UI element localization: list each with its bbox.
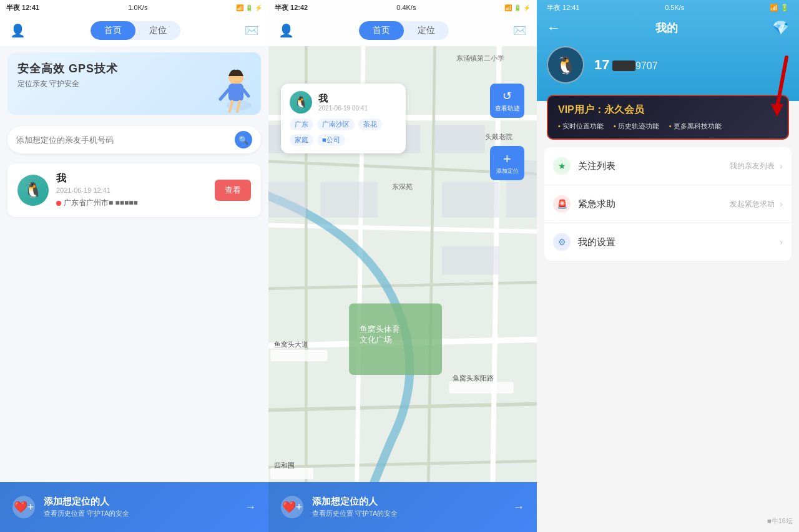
svg-marker-42 [771,104,783,117]
svg-line-41 [777,57,787,107]
vip-title: VIP用户：永久会员 [558,104,778,117]
status-icons-1: 📶 🔋 ⚡ [236,4,262,11]
svg-rect-26 [442,182,499,218]
vip-feature-realtime: 实时位置功能 [558,122,604,131]
tag-guangdong: 广东 [290,118,313,130]
add-label: 添加定位 [496,167,519,175]
add-icon: + [503,151,511,167]
svg-rect-24 [268,182,306,218]
add-location-button[interactable]: + 添加定位 [490,146,524,180]
watermark: ■牛16坛 [767,516,793,526]
svg-rect-29 [270,350,328,361]
add-banner-1[interactable]: ❤️+ 添加想定位的人 查看历史位置 守护TA的安全 → [0,482,268,532]
settings-right: › [780,237,783,247]
svg-text:鱼窝头体育: 鱼窝头体育 [360,324,400,334]
emergency-label: 紧急求助 [578,198,730,210]
svg-rect-25 [320,182,378,218]
search-bar-1: 🔍 [7,126,261,153]
profile-details: 17 ■■■9707 [594,57,658,73]
speed-2: 0.4K/s [396,4,416,11]
tag-family: 家庭 [290,134,313,146]
watchlist-right-label: 我的亲友列表 [730,161,775,172]
profile-title: 我的 [561,21,772,36]
menu-item-emergency[interactable]: 🚨 紧急求助 发起紧急求助 › [544,185,792,223]
track-icon: ↺ [502,89,512,103]
add-banner-2[interactable]: ❤️+ 添加想定位的人 查看历史位置 守护TA的安全 → [268,482,537,532]
speed-3: 0.5K/s [665,4,684,11]
mail-icon-1[interactable]: ✉️ [245,24,258,37]
avatar-emoji-1: 🐧 [24,181,42,199]
map-popup-avatar: 🐧 [290,91,312,114]
tab-location-1[interactable]: 定位 [135,21,180,40]
status-bar-1: 半夜 12:41 1.0K/s 📶 🔋 ⚡ [0,0,268,15]
tab-home-2[interactable]: 首页 [359,21,404,40]
tab-home-1[interactable]: 首页 [91,21,135,40]
tag-nansha: 广南沙区 [317,118,355,130]
svg-text:鱼窝头东阳路: 鱼窝头东阳路 [453,374,494,382]
profile-username: 17 [594,57,609,72]
panel-home: 半夜 12:41 1.0K/s 📶 🔋 ⚡ 👤 首页 定位 ✉️ 安全高效 GP… [0,0,268,532]
emergency-chevron: › [780,199,783,209]
tag-chahua: 茶花 [358,118,382,130]
svg-rect-28 [442,246,499,275]
back-button[interactable]: ← [547,20,561,36]
panel-map: 半夜 12:42 0.4K/s 📶 🔋 ⚡ 👤 首页 定位 ✉️ [268,0,537,532]
status-bar-3: 半夜 12:41 0.5K/s 📶 🔋 [547,0,789,15]
tag-company: ■公司 [317,134,345,146]
add-banner-arrow-1: → [245,501,256,514]
profile-nav: ← 我的 💎 [547,15,789,41]
track-label: 查看轨迹 [495,104,520,113]
vip-container: VIP用户：永久会员 实时位置功能 历史轨迹功能 更多黑科技功能 [537,95,799,140]
map-popup-time: 2021-06-19 00:41 [318,105,368,112]
emergency-right: 发起紧急求助 › [730,199,783,210]
add-banner-icon-2: ❤️+ [281,496,303,518]
watchlist-right: 我的亲友列表 › [730,161,783,172]
svg-rect-2 [228,84,243,101]
settings-chevron: › [780,237,783,247]
time-3: 半夜 12:41 [547,3,580,12]
svg-text:头戴老院: 头戴老院 [485,133,512,140]
profile-icon-1[interactable]: 👤 [10,23,26,38]
svg-rect-30 [449,382,513,393]
time-2: 半夜 12:42 [275,3,308,12]
map-popup: 🐧 我 2021-06-19 00:41 广东 广南沙区 茶花 家庭 ■公司 [281,84,406,153]
map-popup-tags: 广东 广南沙区 茶花 家庭 ■公司 [290,118,397,146]
status-icons-3: 📶 🔋 [770,4,789,12]
nav-tabs-1: 首页 定位 [91,21,180,40]
watchlist-chevron: › [780,161,783,171]
emergency-icon: 🚨 [553,195,571,213]
add-banner-title-2: 添加想定位的人 [312,496,504,508]
vip-feature-history: 历史轨迹功能 [614,122,659,131]
location-text-1: 广东省广州市■ ■■■■■ [64,198,138,208]
red-arrow-annotation [749,45,799,126]
search-button-1[interactable]: 🔍 [235,131,252,148]
panel-profile: 半夜 12:41 0.5K/s 📶 🔋 ← 我的 💎 🐧 17 ■■■9707 [537,0,799,532]
user-info-1: 我 2021-06-19 12:41 广东省广州市■ ■■■■■ [56,172,207,208]
status-bar-2: 半夜 12:42 0.4K/s 📶 🔋 ⚡ [268,0,537,15]
tab-location-2[interactable]: 定位 [404,21,449,40]
add-banner-icon-1: ❤️+ [12,496,35,518]
add-banner-sub-1: 查看历史位置 守护TA的安全 [44,509,236,518]
add-banner-text-2: 添加想定位的人 查看历史位置 守护TA的安全 [312,496,504,518]
profile-icon-2[interactable]: 👤 [278,23,294,38]
menu-item-watchlist[interactable]: ★ 关注列表 我的亲友列表 › [544,147,792,185]
top-nav-1: 👤 首页 定位 ✉️ [0,15,268,46]
settings-icon: ⚙ [553,233,571,251]
emergency-right-label: 发起紧急求助 [730,199,775,210]
user-card-1: 🐧 我 2021-06-19 12:41 广东省广州市■ ■■■■■ 查看 [7,163,261,217]
add-banner-title-1: 添加想定位的人 [44,496,236,508]
user-time-1: 2021-06-19 12:41 [56,186,207,194]
search-input-1[interactable] [16,135,235,145]
vip-features: 实时位置功能 历史轨迹功能 更多黑科技功能 [558,122,778,131]
track-button[interactable]: ↺ 查看轨迹 [490,84,524,118]
user-name-1: 我 [56,172,207,185]
user-location-1: 广东省广州市■ ■■■■■ [56,198,207,208]
check-button-1[interactable]: 查看 [215,180,251,201]
watchlist-icon: ★ [553,157,571,175]
gift-icon[interactable]: 💎 [772,20,789,36]
status-icons-2: 📶 🔋 ⚡ [504,4,531,11]
svg-text:东深苑: 东深苑 [392,183,413,190]
map-area[interactable]: 鱼窝头体育 文化广场 东涌镇第二小学 头戴老院 东深苑 鱼窝头大道 鱼窝头东阳路… [268,46,537,532]
menu-item-settings[interactable]: ⚙ 我的设置 › [544,223,792,261]
mail-icon-2[interactable]: ✉️ [513,24,527,37]
